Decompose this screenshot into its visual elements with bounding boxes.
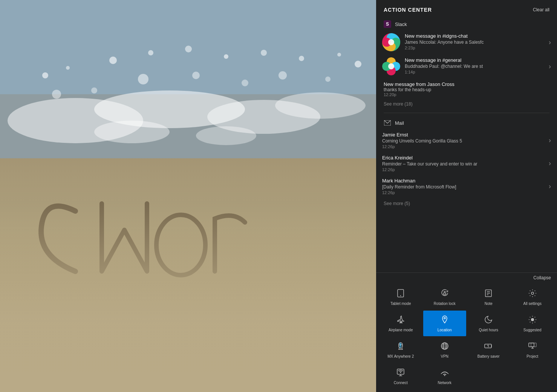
clear-all-button[interactable]: Clear all [533, 7, 549, 12]
qa-project-label: Project [526, 354, 538, 359]
slack-notification-2-body: Buddhadeb Paul: @channel: We are st [405, 64, 546, 69]
svg-point-21 [52, 90, 61, 99]
svg-point-10 [156, 215, 205, 275]
collapse-button[interactable]: Collapse [533, 275, 551, 280]
qa-project[interactable]: Project [511, 337, 554, 363]
svg-point-24 [192, 72, 200, 79]
quiet-hours-icon [484, 315, 493, 326]
svg-point-12 [66, 66, 70, 70]
svg-point-17 [261, 50, 267, 56]
slack-group-name: Slack [395, 21, 407, 27]
svg-point-5 [275, 92, 366, 119]
qa-quiet-hours[interactable]: Quiet hours [467, 311, 510, 336]
svg-point-23 [138, 74, 148, 84]
qa-rotation-lock-label: Rotation lock [434, 302, 456, 306]
slack-notification-2[interactable]: New message in #general Buddhadeb Paul: … [376, 54, 557, 78]
svg-point-18 [299, 56, 304, 61]
action-center-footer: Collapse Tablet mode [376, 273, 557, 392]
mail-notification-3-sender: Mark Hachman [382, 178, 546, 184]
svg-point-19 [337, 53, 341, 57]
svg-point-37 [388, 63, 394, 69]
slack-notification-2-time: 1:14p [405, 70, 546, 74]
qa-network[interactable]: Network [423, 363, 467, 389]
jason-cross-time: 12:20p [384, 92, 549, 97]
slack-notification-2-content: New message in #general Buddhadeb Paul: … [405, 57, 546, 74]
svg-point-47 [531, 292, 534, 294]
action-center-header: ACTION CENTER Clear all [376, 0, 557, 17]
connect-icon [396, 368, 405, 379]
note-icon [484, 289, 493, 300]
mail-notification-1-sender: Jamie Ernst [382, 132, 546, 138]
tablet-mode-icon [396, 289, 405, 300]
qa-mx-anywhere-label: MX Anywhere 2 [387, 354, 414, 359]
svg-point-7 [196, 126, 256, 145]
mail-notification-1-expand-icon[interactable]: › [549, 136, 551, 144]
qa-mx-anywhere[interactable]: MX Anywhere 2 [379, 337, 422, 363]
mail-see-more[interactable]: See more (5) [376, 198, 557, 209]
location-icon [440, 315, 449, 326]
slack-app-icon-1 [382, 33, 400, 51]
mail-notification-3-content: Mark Hachman [Daily Reminder from Micros… [382, 178, 546, 195]
qa-note[interactable]: Note [467, 284, 510, 310]
qa-battery-saver-label: Battery saver [477, 354, 500, 359]
qa-quiet-hours-label: Quiet hours [479, 328, 498, 332]
mail-notification-2[interactable]: Erica Kreindel Reminder – Take our surve… [376, 152, 557, 175]
slack-see-more[interactable]: See more (18) [376, 98, 557, 110]
svg-point-11 [42, 72, 48, 78]
svg-point-20 [355, 61, 361, 67]
svg-rect-41 [444, 293, 446, 295]
slack-notification-1[interactable]: New message in #idgns-chat James Niccola… [376, 30, 557, 54]
qa-suggested-label: Suggested [523, 328, 542, 332]
svg-point-75 [400, 372, 401, 373]
action-center-title: ACTION CENTER [384, 7, 432, 13]
svg-point-13 [109, 57, 117, 64]
svg-line-57 [530, 322, 530, 322]
svg-point-48 [444, 317, 445, 319]
svg-point-26 [278, 71, 287, 80]
mail-group-name: Mail [395, 120, 404, 126]
svg-rect-8 [0, 158, 376, 392]
qa-suggested[interactable]: Suggested [511, 311, 554, 336]
svg-line-54 [530, 317, 530, 317]
slack-notification-1-expand-icon[interactable]: › [549, 38, 551, 46]
qa-all-settings[interactable]: All settings [511, 284, 554, 310]
mail-notification-3[interactable]: Mark Hachman [Daily Reminder from Micros… [376, 175, 557, 198]
qa-battery-saver[interactable]: Battery saver [467, 337, 510, 363]
qa-tablet-mode[interactable]: Tablet mode [379, 284, 422, 310]
vpn-icon [440, 341, 449, 353]
qa-vpn[interactable]: VPN [423, 337, 467, 363]
all-settings-icon [528, 289, 537, 300]
qa-airplane-mode[interactable]: Airplane mode [379, 311, 422, 336]
svg-point-76 [444, 375, 445, 376]
airplane-mode-icon [396, 315, 405, 326]
qa-location[interactable]: Location [423, 311, 467, 336]
qa-connect-label: Connect [394, 381, 408, 385]
slack-notification-1-body: James Niccolai: Anyone have a Salesfc [405, 40, 546, 45]
rotation-lock-icon [440, 289, 449, 300]
battery-saver-icon [484, 341, 493, 353]
slack-notification-1-content: New message in #idgns-chat James Niccola… [405, 33, 546, 50]
qa-location-label: Location [438, 328, 452, 332]
mail-notification-1-content: Jamie Ernst Corning Unveils Corning Gori… [382, 132, 546, 149]
svg-point-15 [185, 46, 192, 52]
mail-notification-2-expand-icon[interactable]: › [549, 159, 551, 167]
svg-rect-68 [529, 343, 534, 347]
qa-note-label: Note [485, 302, 493, 306]
jason-cross-notification[interactable]: New message from Jason Cross thanks for … [376, 78, 557, 98]
slack-notification-2-expand-icon[interactable]: › [549, 63, 551, 70]
svg-point-6 [94, 121, 170, 143]
jason-cross-title: New message from Jason Cross [384, 81, 549, 87]
qa-all-settings-label: All settings [523, 302, 542, 306]
svg-point-25 [242, 80, 248, 86]
notifications-list: S Slack New message in #idgns-chat J [376, 17, 557, 273]
jason-cross-body: thanks for the heads-up [384, 87, 549, 92]
collapse-row: Collapse [376, 273, 557, 283]
project-icon [528, 341, 537, 353]
svg-line-56 [534, 317, 535, 317]
mail-notification-3-expand-icon[interactable]: › [549, 182, 551, 190]
qa-connect[interactable]: Connect [379, 363, 422, 389]
qa-rotation-lock[interactable]: Rotation lock [423, 284, 467, 310]
mail-notification-1[interactable]: Jamie Ernst Corning Unveils Corning Gori… [376, 129, 557, 152]
slack-app-icon-2 [382, 57, 400, 75]
qa-vpn-label: VPN [441, 354, 448, 359]
